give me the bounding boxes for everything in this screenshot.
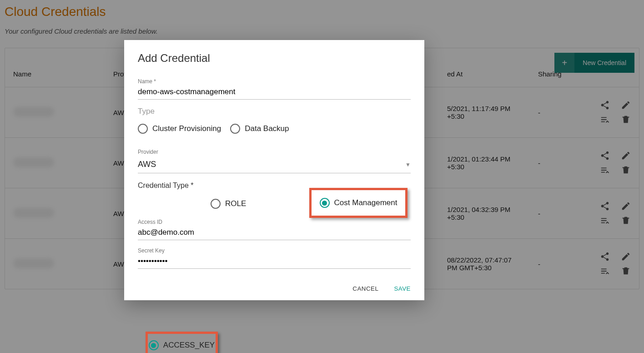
access-id-input[interactable] xyxy=(138,226,411,240)
provider-label: Provider xyxy=(138,149,411,155)
radio-circle-icon xyxy=(230,124,240,134)
modal-title: Add Credential xyxy=(138,52,411,65)
radio-circle-icon xyxy=(211,199,221,209)
radio-circle-icon xyxy=(138,124,148,134)
access-id-label: Access ID xyxy=(138,219,411,225)
provider-select[interactable]: AWS ▼ xyxy=(138,156,411,173)
secret-key-label: Secret Key xyxy=(138,247,411,254)
provider-value: AWS xyxy=(138,160,156,169)
type-cluster-label: Cluster Provisioning xyxy=(152,124,221,133)
save-button[interactable]: SAVE xyxy=(394,285,411,292)
type-backup-label: Data Backup xyxy=(245,124,289,133)
highlight-access-key: ACCESS_KEY xyxy=(146,332,218,353)
add-credential-modal: Add Credential Name * Type Cluster Provi… xyxy=(124,40,424,300)
type-label: Type xyxy=(138,107,411,116)
secret-key-input[interactable] xyxy=(138,255,411,269)
cancel-button[interactable]: CANCEL xyxy=(352,285,378,292)
cred-type-radio-access-key[interactable]: ACCESS_KEY xyxy=(149,340,215,350)
type-radio-backup[interactable]: Data Backup xyxy=(230,124,289,134)
cred-type-role-label: ROLE xyxy=(225,199,246,208)
chevron-down-icon: ▼ xyxy=(405,161,411,168)
name-label: Name * xyxy=(138,78,411,85)
cred-type-radio-role[interactable]: ROLE xyxy=(211,199,246,209)
cred-type-access-key-label: ACCESS_KEY xyxy=(163,341,215,350)
name-input[interactable] xyxy=(138,86,411,100)
type-radio-cluster[interactable]: Cluster Provisioning xyxy=(138,124,221,134)
radio-circle-icon xyxy=(149,340,159,350)
